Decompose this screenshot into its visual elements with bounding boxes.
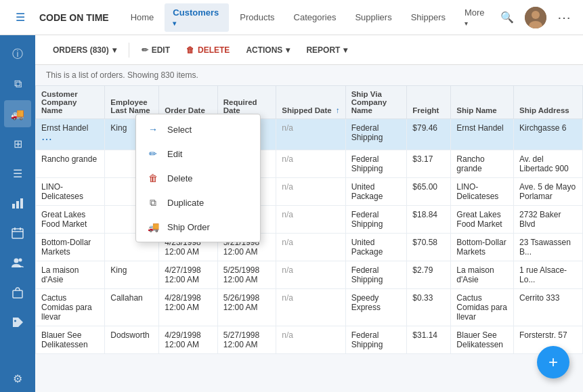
ctx-edit-icon: ✏ [147, 148, 159, 160]
table-cell: Federal Shipping [345, 119, 407, 150]
nav-suppliers[interactable]: Suppliers [347, 8, 400, 26]
table-row[interactable]: LINO-Delicateses4/21/1998 12:00 AM5/19/1… [36, 178, 583, 206]
table-cell: La maison d'Asie [451, 261, 514, 289]
table-cell: n/a [276, 261, 345, 289]
col-shipped-date[interactable]: Shipped Date ↑ [276, 86, 345, 119]
add-button[interactable]: + [537, 346, 569, 378]
ctx-edit-label: Edit [167, 149, 182, 159]
nav-customers[interactable]: Customers [165, 3, 229, 32]
svg-point-11 [19, 259, 22, 262]
sidebar-truck[interactable]: 🚚 [4, 100, 31, 127]
context-menu: → Select ✏ Edit 🗑 Delete ⧉ Duplicate 🚚 [135, 114, 261, 242]
table-row[interactable]: Rancho grande4/13/1998 12:00 AM5/11/1998… [36, 150, 583, 178]
table-row[interactable]: Bottom-Dollar Markets4/23/1998 12:00 AM5… [36, 234, 583, 261]
table-cell: 1 rue Alsace-Lo... [514, 261, 583, 289]
actions-dropdown-button[interactable]: ACTIONS ▾ [239, 42, 297, 58]
table-row[interactable]: La maison d'AsieKing4/27/1998 12:00 AM5/… [36, 261, 583, 289]
sidebar-tag[interactable] [4, 309, 31, 336]
sidebar-chart[interactable] [4, 190, 31, 217]
na-value: n/a [282, 182, 293, 192]
col-customer-company[interactable]: CustomerCompanyName [36, 86, 105, 119]
table-cell: 5/27/1998 12:00 AM [217, 326, 276, 354]
table-cell: $79.46 [407, 119, 451, 150]
table-header-row: CustomerCompanyName EmployeeLast Name Or… [36, 86, 583, 119]
edit-pencil-icon: ✏ [142, 45, 148, 55]
table-cell: Ernst Handel ⋯ [36, 119, 105, 150]
report-dropdown-button[interactable]: REPORT ▾ [299, 42, 354, 58]
nav-shippers[interactable]: Shippers [403, 8, 454, 26]
table-row[interactable]: Great Lakes Food Market4/22/1998 12:00 A… [36, 206, 583, 234]
table-row[interactable]: Blauer See DelikatessenDodsworth4/29/199… [36, 326, 583, 354]
na-value: n/a [282, 210, 293, 219]
svg-rect-4 [16, 201, 19, 209]
ctx-ship-order[interactable]: 🚚 Ship Order [136, 215, 260, 239]
na-value: n/a [282, 330, 293, 340]
table-row[interactable]: Ernst Handel ⋯King4/8/1998 12:00 AM5/6/1… [36, 119, 583, 150]
sidebar-bag[interactable] [4, 279, 31, 306]
table-cell: Kirchgasse 6 [514, 119, 583, 150]
nav-home[interactable]: Home [123, 8, 163, 26]
col-freight[interactable]: Freight [407, 86, 451, 119]
svg-rect-6 [12, 229, 23, 238]
table-cell: 2732 Baker Blvd [514, 206, 583, 234]
nav-categories[interactable]: Categories [286, 8, 345, 26]
sidebar-settings[interactable]: ⚙ [4, 365, 31, 392]
table-cell: n/a [276, 150, 345, 178]
table-cell: Great Lakes Food Market [451, 206, 514, 234]
table-cell: $65.00 [407, 178, 451, 206]
table-cell: Av. del Libertadc 900 [514, 150, 583, 178]
table-cell: Federal Shipping [345, 206, 407, 234]
main-content: ORDERS (830) ▾ ✏ EDIT 🗑 DELETE ACTIONS ▾… [35, 35, 583, 392]
table-cell: n/a [276, 326, 345, 354]
ctx-delete-icon: 🗑 [147, 172, 159, 184]
table-row[interactable]: Cactus Comidas para llevarCallahan4/28/1… [36, 289, 583, 326]
table-cell: Dodsworth [105, 326, 159, 354]
orders-table: CustomerCompanyName EmployeeLast Name Or… [35, 85, 583, 354]
ctx-select[interactable]: → Select [136, 117, 260, 141]
col-ship-address[interactable]: Ship Address [514, 86, 583, 119]
table-cell: 23 Tsawassen B... [514, 234, 583, 261]
table-cell: Speedy Express [345, 289, 407, 326]
orders-dropdown-arrow: ▾ [112, 45, 116, 55]
nav-products[interactable]: Products [232, 8, 282, 26]
ctx-duplicate-icon: ⧉ [147, 196, 159, 209]
table-cell: Cerrito 333 [514, 289, 583, 326]
table-area: This is a list of orders. Showing 830 it… [35, 65, 583, 392]
action-bar: ORDERS (830) ▾ ✏ EDIT 🗑 DELETE ACTIONS ▾… [35, 35, 583, 65]
search-button[interactable]: 🔍 [496, 7, 518, 28]
ctx-edit[interactable]: ✏ Edit [136, 141, 260, 166]
delete-button[interactable]: 🗑 DELETE [179, 42, 236, 58]
table-cell: Bottom-Dollar Markets [451, 234, 514, 261]
col-ship-name[interactable]: Ship Name [451, 86, 514, 119]
row-actions-dots[interactable]: ⋯ [41, 133, 52, 145]
report-dropdown-arrow: ▾ [343, 45, 347, 55]
more-options-button[interactable]: ⋯ [553, 7, 575, 28]
na-value: n/a [282, 293, 293, 303]
sidebar-copy[interactable]: ⧉ [4, 70, 31, 97]
table-cell: Federal Shipping [345, 261, 407, 289]
svg-rect-3 [12, 204, 15, 209]
sidebar-info[interactable]: ⓘ [4, 41, 31, 68]
actions-dropdown-arrow: ▾ [286, 45, 290, 55]
orders-dropdown-button[interactable]: ORDERS (830) ▾ [46, 42, 123, 58]
sidebar-users[interactable] [4, 249, 31, 276]
table-cell: $18.84 [407, 206, 451, 234]
delete-label: DELETE [198, 45, 230, 55]
ctx-select-icon: → [147, 123, 159, 135]
ctx-delete[interactable]: 🗑 Delete [136, 166, 260, 190]
col-ship-via[interactable]: Ship ViaCompanyName [345, 86, 407, 119]
sidebar-calendar[interactable] [4, 219, 31, 246]
delete-trash-icon: 🗑 [186, 45, 194, 55]
sidebar-grid[interactable]: ⊞ [4, 130, 31, 157]
ctx-ship-icon: 🚚 [147, 221, 159, 233]
user-avatar[interactable] [525, 7, 546, 28]
table-cell: 4/27/1998 12:00 AM [159, 261, 217, 289]
sidebar-list[interactable]: ☰ [4, 160, 31, 187]
table-cell: Rancho grande [36, 150, 105, 178]
edit-button[interactable]: ✏ EDIT [135, 42, 177, 58]
hamburger-button[interactable]: ☰ [8, 4, 33, 31]
table-cell: n/a [276, 206, 345, 234]
hamburger-icon: ☰ [16, 11, 25, 24]
nav-more[interactable]: More [456, 3, 496, 32]
ctx-duplicate[interactable]: ⧉ Duplicate [136, 190, 260, 215]
